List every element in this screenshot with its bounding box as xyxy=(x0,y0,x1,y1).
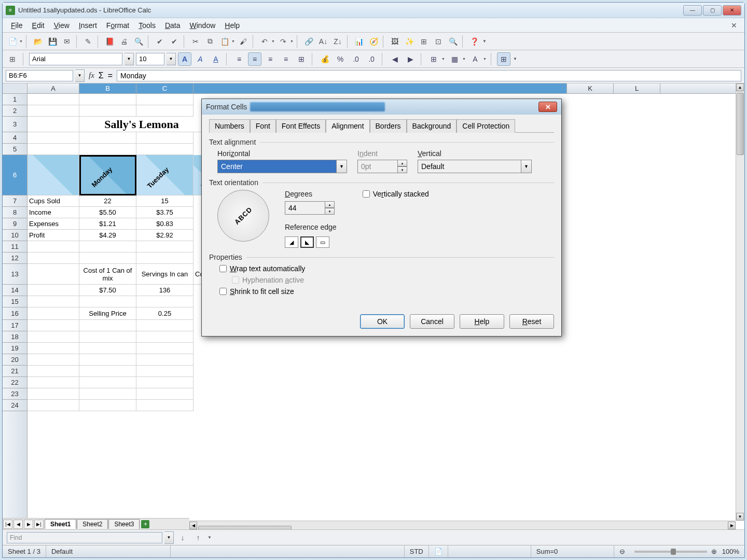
help-button[interactable]: Help xyxy=(460,314,504,329)
vertical-combo[interactable]: Default xyxy=(418,160,521,173)
wrap-text-checkbox[interactable] xyxy=(219,265,227,272)
spellcheck-icon[interactable]: ✔ xyxy=(153,35,167,48)
row-header[interactable]: 23 xyxy=(3,388,27,400)
underline-icon[interactable]: A xyxy=(209,52,223,66)
cell[interactable]: $7.50 xyxy=(79,285,136,296)
datasource-icon[interactable]: ✨ xyxy=(403,35,416,48)
new-icon[interactable]: 📄 xyxy=(6,35,19,48)
cell[interactable]: $2.92 xyxy=(136,230,193,241)
bgcolor-icon[interactable]: ▦ xyxy=(448,52,461,66)
cell[interactable]: $0.83 xyxy=(136,218,193,230)
sort-desc-icon[interactable]: Z↓ xyxy=(331,35,344,48)
zoom-in-icon[interactable]: ⊕ xyxy=(711,548,717,555)
chevron-down-icon[interactable]: ▼ xyxy=(521,160,532,173)
spin-down-icon[interactable]: ▼ xyxy=(325,208,335,215)
email-icon[interactable]: ✉ xyxy=(60,35,74,48)
menu-window[interactable]: Window xyxy=(185,20,219,31)
tab-first-icon[interactable]: |◀ xyxy=(3,520,12,529)
navigator-icon[interactable]: 🧭 xyxy=(367,35,380,48)
fontcolor-icon[interactable]: A xyxy=(468,52,482,66)
pdf-icon[interactable]: 📕 xyxy=(103,35,116,48)
horizontal-scrollbar[interactable]: ◀ ▶ xyxy=(189,521,736,529)
autospell-icon[interactable]: ✔ xyxy=(168,35,181,48)
name-box[interactable]: B6:F6 xyxy=(6,70,73,81)
col-header-k[interactable]: K xyxy=(567,83,614,93)
cell[interactable]: Cups Sold xyxy=(27,195,79,207)
cell[interactable]: Selling Price xyxy=(79,307,136,320)
dialog-titlebar[interactable]: Format Cells ✕ xyxy=(202,99,561,115)
select-all-corner[interactable] xyxy=(3,83,27,94)
ref-edge-lower[interactable]: ◢ xyxy=(285,236,298,248)
row-header[interactable]: 24 xyxy=(3,400,27,411)
find-dropdown-icon[interactable]: ▼ xyxy=(164,531,174,544)
fmt-overflow-icon[interactable]: ▼ xyxy=(513,57,518,61)
zoom-out-icon[interactable]: ⊖ xyxy=(614,545,630,557)
row-header[interactable]: 3 xyxy=(3,117,27,132)
cell[interactable]: Expenses xyxy=(27,218,79,230)
row-header[interactable]: 6 xyxy=(3,155,27,195)
bold-icon[interactable]: A xyxy=(178,52,191,66)
font-size-dropdown-icon[interactable]: ▼ xyxy=(167,53,176,65)
redo-icon[interactable]: ↷ xyxy=(276,35,290,48)
cell[interactable]: $3.75 xyxy=(136,207,193,218)
chart-icon[interactable]: 📊 xyxy=(352,35,366,48)
italic-icon[interactable]: A xyxy=(193,52,207,66)
cell[interactable]: 15 xyxy=(136,195,193,207)
row-header[interactable]: 10 xyxy=(3,230,27,241)
find-input[interactable]: Find xyxy=(7,532,162,543)
decrease-indent-icon[interactable]: ◀ xyxy=(388,52,402,66)
paste-icon[interactable]: 📋 xyxy=(218,35,231,48)
grid-icon[interactable]: ⊞ xyxy=(497,52,510,66)
save-icon[interactable]: 💾 xyxy=(46,35,59,48)
undo-icon[interactable]: ↶ xyxy=(258,35,271,48)
percent-icon[interactable]: % xyxy=(334,52,347,66)
status-sum[interactable]: Sum=0 xyxy=(531,545,614,557)
open-icon[interactable]: 📂 xyxy=(31,35,45,48)
row-header[interactable]: 8 xyxy=(3,207,27,218)
row-header[interactable]: 20 xyxy=(3,354,27,366)
shrink-checkbox[interactable] xyxy=(219,288,227,295)
tab-borders[interactable]: Borders xyxy=(370,119,407,133)
col-header-l[interactable]: L xyxy=(614,83,660,93)
find-overflow-icon[interactable]: ▼ xyxy=(207,535,212,540)
cut-icon[interactable]: ✂ xyxy=(189,35,202,48)
headers-icon[interactable]: ⊞ xyxy=(417,35,431,48)
reset-button[interactable]: Reset xyxy=(509,314,554,329)
cell[interactable]: 0.25 xyxy=(136,307,193,320)
font-name-dropdown-icon[interactable]: ▼ xyxy=(125,53,134,65)
align-center-icon[interactable]: ≡ xyxy=(248,52,261,66)
row-header[interactable]: 9 xyxy=(3,218,27,230)
ref-edge-upper[interactable]: ◣ xyxy=(300,236,314,248)
horizontal-combo[interactable]: Center xyxy=(217,160,337,173)
row-header[interactable]: 7 xyxy=(3,195,27,207)
align-left-icon[interactable]: ≡ xyxy=(232,52,246,66)
tab-last-icon[interactable]: ▶| xyxy=(34,520,44,529)
tab-font-effects[interactable]: Font Effects xyxy=(276,119,326,133)
name-box-dropdown-icon[interactable]: ▼ xyxy=(75,69,85,82)
cell[interactable]: $5.50 xyxy=(79,207,136,218)
scroll-thumb[interactable] xyxy=(737,93,744,155)
tab-prev-icon[interactable]: ◀ xyxy=(13,520,23,529)
cell[interactable]: $4.29 xyxy=(79,230,136,241)
cell[interactable]: Profit xyxy=(27,230,79,241)
hyperlink-icon[interactable]: 🔗 xyxy=(302,35,315,48)
sheet-tab-2[interactable]: Sheet2 xyxy=(77,519,108,529)
row-header[interactable]: 13 xyxy=(3,264,27,285)
status-sheet[interactable]: Sheet 1 / 3 xyxy=(3,545,46,557)
edit-icon[interactable]: ✎ xyxy=(81,35,95,48)
cell[interactable]: 136 xyxy=(136,285,193,296)
menu-edit[interactable]: Edit xyxy=(28,20,49,31)
sheet-tab-1[interactable]: Sheet1 xyxy=(45,519,76,529)
tab-numbers[interactable]: Numbers xyxy=(209,119,250,133)
row-header[interactable]: 21 xyxy=(3,366,27,377)
find-prev-icon[interactable]: ↑ xyxy=(191,531,205,544)
degrees-field[interactable]: 44 xyxy=(285,201,325,215)
dialog-close-button[interactable]: ✕ xyxy=(538,102,557,112)
menu-tools[interactable]: Tools xyxy=(134,20,160,31)
copy-icon[interactable]: ⧉ xyxy=(203,35,217,48)
ok-button[interactable]: OK xyxy=(360,314,405,329)
col-header-c[interactable]: C xyxy=(136,83,193,93)
styles-icon[interactable]: ⊞ xyxy=(6,52,19,66)
add-decimal-icon[interactable]: .0 xyxy=(349,52,363,66)
status-style[interactable]: Default xyxy=(46,545,171,557)
